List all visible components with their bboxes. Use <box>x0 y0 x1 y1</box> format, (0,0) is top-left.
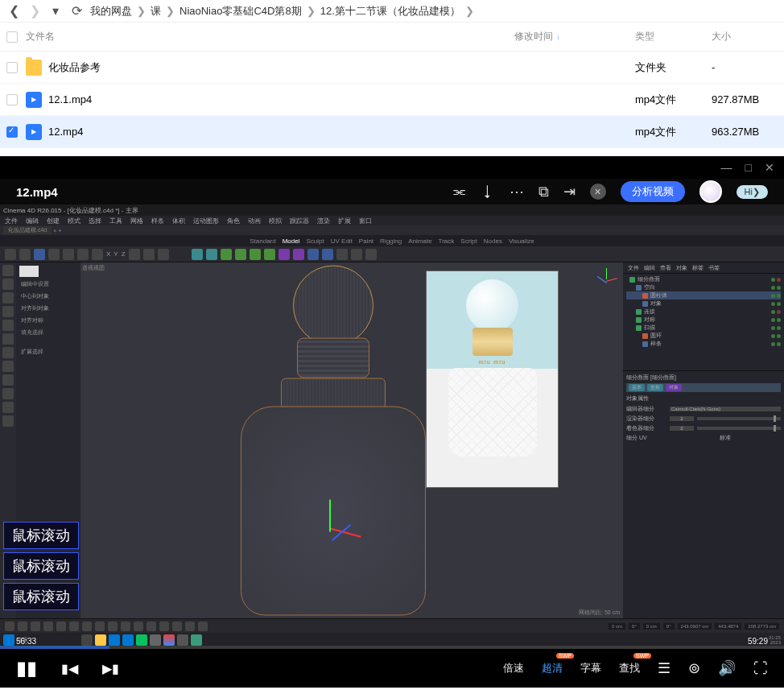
column-type[interactable]: 类型 <box>635 30 712 43</box>
time-current: 56:33 <box>16 637 36 646</box>
more-icon[interactable]: ⋯ <box>510 183 524 200</box>
avatar-icon[interactable] <box>699 180 722 203</box>
file-row[interactable]: 12.1.mp4 mp4文件 927.87MB <box>0 84 784 116</box>
top-nav: ❮ ❯ ▾ ⟳ 我的网盘 ❯ 课 ❯ NiaoNiao零基础C4D第8期 ❯ 1… <box>0 0 784 23</box>
time-total: 59:29 <box>748 637 768 646</box>
object-tree: 细分曲面 空白 圆柱体 对象 连接 对称 扫描 圆环 样条 <box>623 274 784 370</box>
chevron-right-icon: ❯ <box>137 5 146 17</box>
c4d-menubar: 文件编辑创建 模式选择工具 网格样条体积 运动图形角色动画 模拟跟踪器渲染 扩展… <box>0 216 784 225</box>
video-icon <box>26 92 42 108</box>
dismiss-button[interactable]: ✕ <box>590 184 606 200</box>
collapse-icon[interactable]: ⇥ <box>563 183 576 200</box>
c4d-bottombar: 0 cm0° 0 cm0° 243.0907 cm443.4874 208.27… <box>0 618 784 633</box>
settings-icon[interactable]: ⊚ <box>688 659 700 677</box>
attributes-panel: 细分曲面 [细分曲面] 基本 坐标 对象 对象属性 编辑器细分Catmull-C… <box>623 370 784 618</box>
file-size: 963.27MB <box>712 126 784 138</box>
crumb-2[interactable]: NiaoNiao零基础C4D第8期 <box>179 4 302 19</box>
file-size: - <box>712 61 784 73</box>
fullscreen-icon[interactable]: ⛶ <box>753 660 768 677</box>
breadcrumb: 我的网盘 ❯ 课 ❯ NiaoNiao零基础C4D第8期 ❯ 12.第十二节课（… <box>90 4 474 19</box>
chevron-right-icon: ❯ <box>166 5 175 17</box>
volume-icon[interactable]: 🔊 <box>718 659 736 677</box>
analyze-video-button[interactable]: 分析视频 <box>621 181 685 202</box>
annotation-scroll: 鼠标滚动 <box>3 552 79 580</box>
crumb-root[interactable]: 我的网盘 <box>90 4 132 19</box>
maximize-button[interactable]: □ <box>745 161 752 174</box>
c4d-right-panels: 文件编辑 查看对象 标签书签 细分曲面 空白 圆柱体 对象 连接 对称 扫描 圆… <box>623 262 784 618</box>
window-controls: — □ ✕ <box>0 156 784 179</box>
column-name[interactable]: 文件名 <box>23 30 514 43</box>
c4d-toolbar: XYZ <box>0 246 784 262</box>
video-icon <box>26 124 42 140</box>
file-name: 12.1.mp4 <box>48 93 92 105</box>
column-modified-label: 修改时间 <box>514 30 553 43</box>
video-header: 12.mp4 ⫘ ⭣ ⋯ ⧉ ⇥ ✕ 分析视频 Hi ❯ <box>0 179 784 204</box>
back-button[interactable]: ❮ <box>6 4 21 19</box>
chevron-right-icon: ❯ <box>465 5 474 17</box>
file-row[interactable]: 化妆品参考 文件夹 - <box>0 52 784 84</box>
reference-image: miu miu <box>426 271 559 488</box>
subtitle-button[interactable]: 字幕 <box>580 661 601 675</box>
row-checkbox[interactable] <box>6 126 18 138</box>
minimize-button[interactable]: — <box>721 161 732 174</box>
file-type: mp4文件 <box>635 125 712 139</box>
player-controls: ▮▮ ▮◀ ▶▮ 倍速 超清 SWP 字幕 查找 SWP ☰ ⊚ 🔊 ⛶ <box>0 649 784 688</box>
next-button[interactable]: ▶▮ <box>102 661 119 676</box>
prev-button[interactable]: ▮◀ <box>61 661 78 676</box>
file-list-header: 文件名 修改时间 ↓ 类型 大小 <box>0 23 784 52</box>
video-title: 12.mp4 <box>16 185 58 199</box>
select-all-checkbox[interactable] <box>6 31 18 43</box>
video-player: — □ ✕ 12.mp4 ⫘ ⭣ ⋯ ⧉ ⇥ ✕ 分析视频 Hi ❯ Cinem… <box>0 156 784 688</box>
file-type: 文件夹 <box>635 60 712 75</box>
hi-badge[interactable]: Hi ❯ <box>737 185 768 199</box>
playlist-icon[interactable]: ☰ <box>658 659 671 677</box>
pause-button[interactable]: ▮▮ <box>16 657 37 680</box>
c4d-document-tabs: 化妆品建模.c4d×+ <box>0 225 784 235</box>
axis-widget-icon <box>594 267 618 291</box>
pip-icon[interactable]: ⧉ <box>538 184 549 200</box>
find-button[interactable]: 查找 SWP <box>619 661 640 675</box>
annotation-scroll: 鼠标滚动 <box>3 522 79 549</box>
row-checkbox[interactable] <box>6 62 18 73</box>
file-name: 12.mp4 <box>48 126 83 138</box>
crumb-1[interactable]: 课 <box>151 4 161 19</box>
download-icon[interactable]: ⭣ <box>481 184 495 200</box>
quality-button[interactable]: 超清 SWP <box>542 661 563 675</box>
annotation-scroll: 鼠标滚动 <box>3 583 79 610</box>
close-button[interactable]: ✕ <box>765 161 774 174</box>
bottle-3d-model <box>241 266 426 616</box>
c4d-modebar: StandardModel SculptUV EditPaint Rigging… <box>0 235 784 246</box>
c4d-screenshot: Cinema 4D R26.015 - [化妆品建模.c4d *] - 主界 文… <box>0 204 784 647</box>
sort-down-icon: ↓ <box>556 32 560 41</box>
row-checkbox[interactable] <box>6 94 18 105</box>
column-size[interactable]: 大小 <box>712 30 784 43</box>
file-row[interactable]: 12.mp4 mp4文件 963.27MB <box>0 116 784 148</box>
forward-button[interactable]: ❯ <box>27 4 42 19</box>
chevron-right-icon: ❯ <box>307 5 316 17</box>
folder-icon <box>26 60 42 76</box>
share-icon[interactable]: ⫘ <box>452 184 466 200</box>
dropdown-button[interactable]: ▾ <box>48 4 63 19</box>
file-name: 化妆品参考 <box>48 60 101 75</box>
c4d-viewport: 透视视图 miu miu <box>80 262 623 618</box>
crumb-3[interactable]: 12.第十二节课（化妆品建模） <box>320 4 460 19</box>
column-modified[interactable]: 修改时间 ↓ <box>514 30 635 43</box>
file-size: 927.87MB <box>712 93 784 105</box>
refresh-button[interactable]: ⟳ <box>69 4 84 19</box>
file-type: mp4文件 <box>635 93 712 107</box>
c4d-titlebar: Cinema 4D R26.015 - [化妆品建模.c4d *] - 主界 <box>0 204 784 216</box>
speed-button[interactable]: 倍速 <box>503 661 524 675</box>
